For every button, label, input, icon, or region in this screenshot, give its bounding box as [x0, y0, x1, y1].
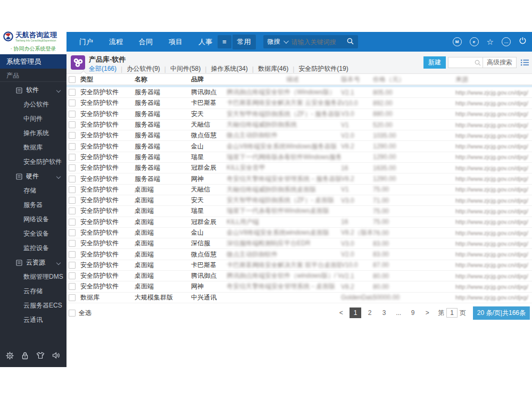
sidebar-item[interactable]: 办公软件 [0, 97, 66, 112]
search-scope-label[interactable]: 微搜 [268, 37, 280, 46]
row-checkbox[interactable] [69, 164, 76, 171]
table-row[interactable]: 安全防护软件桌面端深信服深信服终端检测响应平台EDRV3.083.00http:… [66, 238, 532, 249]
row-checkbox[interactable] [69, 111, 76, 118]
tab-5[interactable]: 安全防护软件(19) [298, 64, 348, 73]
pagination-page[interactable]: 3 [378, 307, 390, 318]
sidebar-item[interactable]: 监控设备 [0, 241, 66, 255]
table-row[interactable]: 安全防护软件服务器端卡巴斯基卡巴斯基网络安全解决方案 云安全服务器版V10.08… [66, 98, 532, 109]
nav-item[interactable]: 人事 [194, 35, 217, 49]
sidebar-item[interactable]: 云通讯 [0, 313, 66, 327]
row-checkbox[interactable] [69, 197, 76, 204]
sidebar-section[interactable]: 云资源 [0, 255, 66, 270]
power-icon[interactable] [519, 37, 527, 47]
row-checkbox[interactable] [69, 219, 76, 226]
header-checkbox[interactable] [69, 76, 76, 83]
table-row[interactable]: 安全防护软件服务器端冠群金辰KILL安全胄甲161635.00http://ww… [66, 163, 532, 173]
table-row[interactable]: 安全防护软件桌面端冠群金辰KILL用户端1675.00http://www.zj… [66, 217, 532, 228]
row-checkbox[interactable] [69, 207, 76, 214]
global-search[interactable]: 微搜 [263, 35, 358, 48]
table-row[interactable]: 安全防护软件服务器端瑞星瑞星下一代网络版杀毒软件Windows服务器版1290.… [66, 152, 532, 163]
row-checkbox[interactable] [69, 272, 76, 279]
row-checkbox[interactable] [69, 283, 76, 290]
sidebar-item[interactable]: 数据库 [0, 140, 66, 155]
sidebar-item[interactable]: 存储 [0, 184, 66, 198]
table-row[interactable]: 安全防护软件服务器端微点佰慧微点主动防御软件V2.01035.00http://… [66, 130, 532, 141]
nav-hamburger-icon[interactable]: ≡ [218, 35, 231, 48]
table-row[interactable]: 安全防护软件桌面端安天安天智甲终端防御系统（ZF）- 桌面版V3.071.00h… [66, 195, 532, 206]
table-row[interactable]: 安全防护软件桌面端网神奇安信天擎终端安全管理系统－桌面版V8.280.00htt… [66, 281, 532, 292]
sidebar-item[interactable]: 云服务器ECS [0, 298, 66, 313]
nav-item[interactable]: 流程 [105, 35, 127, 49]
row-checkbox[interactable] [69, 143, 76, 150]
page-size-info[interactable]: 20 条/页|共166条 [473, 306, 530, 320]
more-circle-icon[interactable]: … [502, 37, 511, 46]
sidebar-item[interactable]: 数据管理DMS [0, 270, 66, 284]
row-checkbox[interactable] [69, 262, 76, 269]
nav-item[interactable]: 项目 [164, 35, 187, 49]
new-button[interactable]: 新建 [423, 56, 446, 69]
table-row[interactable]: 安全防护软件服务器端网神奇安信天擎终端安全管理系统－服务器版V8.21290.0… [66, 173, 532, 184]
pagination-next[interactable]: > [421, 307, 433, 318]
sidebar-item[interactable]: 安全设备 [0, 227, 66, 241]
pagination-page[interactable]: 2 [364, 307, 376, 318]
table-row[interactable]: 安全防护软件桌面端天融信天融信终端威胁防御系统桌面版V175.00http://… [66, 185, 532, 195]
sidebar-item[interactable]: 网络设备 [0, 212, 66, 227]
table-row[interactable]: 安全防护软件服务器端金山金山V8终端安全系统Windows服务器版V8.2129… [66, 141, 532, 152]
table-row[interactable]: 安全防护软件桌面端卡巴斯基卡巴斯基网络安全解决方案 双平台桌面版 - K…V10… [66, 260, 532, 271]
row-checkbox[interactable] [69, 251, 76, 258]
sidebar-item[interactable]: 服务器 [0, 198, 66, 212]
sidebar-item[interactable]: 云存储 [0, 284, 66, 298]
table-row[interactable]: 数据库大规模集群版中兴通讯GoldenData s…50000.00http:/… [66, 293, 532, 303]
row-checkbox[interactable] [69, 186, 76, 193]
nav-item[interactable]: 门户 [75, 35, 97, 49]
oa-login-link[interactable]: · 协同办公系统登录 [0, 45, 66, 53]
row-checkbox[interactable] [69, 89, 76, 96]
row-checkbox[interactable] [69, 240, 76, 247]
table-row[interactable]: 安全防护软件桌面端微点佰慧微点主动防御软件V2.083.00http://www… [66, 249, 532, 260]
theme-shirt-icon[interactable] [36, 352, 45, 359]
message-icon[interactable]: e [470, 37, 479, 46]
jump-page-input[interactable]: 1 [446, 308, 458, 318]
speaker-icon[interactable] [52, 352, 61, 359]
pagination-prev[interactable]: < [335, 307, 347, 318]
row-checkbox[interactable] [69, 132, 76, 139]
nav-item[interactable]: 合同 [135, 35, 157, 49]
m-badge-icon[interactable]: M [453, 37, 462, 46]
lock-icon[interactable] [21, 352, 29, 360]
tab-3[interactable]: 操作系统(34) [211, 64, 247, 73]
cell-source: http://www.zjcjg.gov.cn/djxg/ [455, 197, 532, 204]
sidebar-item[interactable]: 中间件 [0, 112, 66, 126]
tab-2[interactable]: 中间件(58) [170, 64, 201, 73]
row-checkbox[interactable] [69, 121, 76, 128]
table-row[interactable]: 安全防护软件桌面端瑞星瑞星下一代杀毒软件Windows桌面版75.00http:… [66, 206, 532, 217]
tab-1[interactable]: 办公软件(9) [127, 64, 160, 73]
nav-item-changyong[interactable]: 常用 [232, 35, 256, 49]
row-checkbox[interactable] [69, 154, 76, 161]
row-checkbox[interactable] [69, 99, 76, 106]
sidebar-item[interactable]: 安全防护软件 [0, 155, 66, 169]
row-checkbox[interactable] [69, 229, 76, 236]
table-row[interactable]: 安全防护软件服务器端天融信天融信终端威胁防御系统V1520.00http://w… [66, 120, 532, 130]
list-view-icon[interactable] [521, 59, 529, 66]
advanced-search-button[interactable]: 高级搜索 [483, 57, 516, 68]
sidebar-section[interactable]: 硬件 [0, 169, 66, 184]
sidebar-section[interactable]: 软件 [0, 83, 66, 97]
search-icon[interactable] [473, 60, 483, 66]
select-all-checkbox[interactable] [69, 310, 76, 317]
table-row[interactable]: 安全防护软件服务器端腾讯御点腾讯御点终端安全软件（Windows版）V2.180… [66, 87, 532, 98]
table-search-input[interactable] [448, 58, 473, 67]
table-row[interactable]: 安全防护软件桌面端金山金山V8终端安全系统windows桌面版V8.2（版本号）… [66, 228, 532, 238]
search-icon[interactable] [347, 37, 354, 47]
row-checkbox[interactable] [69, 294, 76, 301]
favorite-star-icon[interactable]: ☆ [487, 38, 494, 46]
sidebar-item[interactable]: 操作系统 [0, 126, 66, 140]
pagination-page[interactable]: 9 [407, 307, 419, 318]
gear-icon[interactable] [6, 352, 14, 360]
table-row[interactable]: 安全防护软件桌面端腾讯御点腾讯御点终端安全软件（windows版）/ V2.1V… [66, 271, 532, 281]
tab-4[interactable]: 数据库(46) [258, 64, 288, 73]
table-row[interactable]: 安全防护软件服务器端安天安天智甲终端防御系统（ZF）- 服务器版V3.0880.… [66, 109, 532, 120]
row-checkbox[interactable] [69, 176, 76, 182]
pagination-page[interactable]: 1 [350, 307, 361, 318]
tab-0[interactable]: 全部(166) [89, 64, 117, 73]
global-search-input[interactable] [290, 38, 344, 46]
